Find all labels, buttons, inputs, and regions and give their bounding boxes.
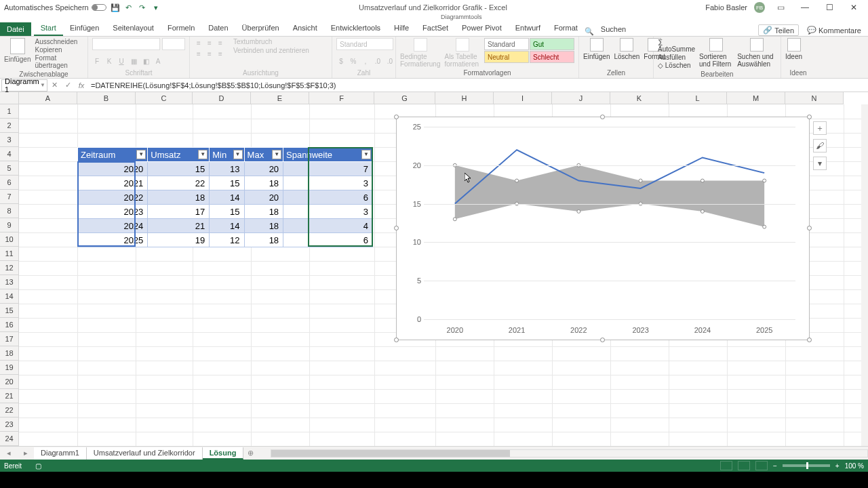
conditional-formatting-button[interactable]: Bedingte Formatierung	[400, 38, 440, 68]
tab-seitenlayout[interactable]: Seitenlayout	[106, 21, 161, 36]
insert-cells-button[interactable]: Einfügen	[583, 38, 610, 60]
autosave-toggle[interactable]: Automatisches Speichern	[4, 3, 106, 12]
table-row[interactable]: 20201513207	[78, 162, 373, 176]
row-header-8[interactable]: 8	[0, 204, 19, 218]
col-header-B[interactable]: B	[77, 92, 136, 104]
col-header-D[interactable]: D	[193, 92, 251, 104]
chart-object[interactable]: 0510152025202020212022202320242025 ＋ 🖌 ▾	[396, 117, 810, 340]
enter-icon[interactable]: ✓	[61, 81, 75, 89]
table-row[interactable]: 20231715183	[78, 205, 373, 219]
format-painter-button[interactable]: Format übertragen	[35, 54, 83, 69]
col-header-J[interactable]: J	[552, 92, 610, 104]
zoom-in-icon[interactable]: +	[835, 462, 840, 470]
col-header-L[interactable]: L	[669, 92, 727, 104]
font-family-combo[interactable]	[92, 38, 160, 50]
horizontal-scrollbar[interactable]	[271, 449, 868, 458]
paste-button[interactable]: Einfügen	[4, 38, 31, 63]
autosum-button[interactable]: ∑ AutoSumme	[658, 38, 695, 53]
sheet-tab[interactable]: Lösung	[203, 447, 244, 460]
col-header-H[interactable]: H	[435, 92, 494, 104]
worksheet-grid[interactable]: ABCDEFGHIJKLMN 1234567891011121314151617…	[0, 92, 868, 446]
tab-entwurf[interactable]: Entwurf	[509, 21, 547, 36]
border-button[interactable]: ▦	[129, 56, 138, 66]
close-icon[interactable]: ✕	[845, 3, 863, 12]
delete-cells-button[interactable]: Löschen	[614, 38, 639, 60]
underline-button[interactable]: U	[117, 56, 126, 66]
row-header-7[interactable]: 7	[0, 190, 19, 204]
col-header-F[interactable]: F	[309, 92, 374, 104]
row-header-10[interactable]: 10	[0, 232, 19, 247]
col-header-K[interactable]: K	[610, 92, 669, 104]
cut-button[interactable]: Ausschneiden	[35, 38, 83, 45]
view-normal-icon[interactable]	[720, 461, 732, 470]
chart-band-area[interactable]	[455, 165, 764, 227]
name-box[interactable]: Diagramm 1▼	[1, 79, 47, 92]
tab-überprüfen[interactable]: Überprüfen	[235, 21, 286, 36]
formula-input[interactable]: =DATENREIHE(Lösung!$F$4;Lösung!$B$5:$B$1…	[88, 81, 868, 89]
macro-record-icon[interactable]: ▢	[35, 462, 41, 470]
chart-filter-icon[interactable]: ▾	[813, 157, 827, 170]
tab-factset[interactable]: FactSet	[416, 21, 455, 36]
table-row[interactable]: 20212215183	[78, 176, 373, 190]
col-header-C[interactable]: C	[136, 92, 193, 104]
table-row[interactable]: 20251912186	[78, 233, 373, 247]
sheet-nav-next-icon[interactable]: ▸	[24, 449, 28, 458]
row-header-5[interactable]: 5	[0, 161, 19, 176]
row-header-19[interactable]: 19	[0, 361, 19, 375]
tab-entwicklertools[interactable]: Entwicklertools	[324, 21, 387, 36]
row-header-9[interactable]: 9	[0, 218, 19, 232]
row-header-3[interactable]: 3	[0, 133, 19, 147]
table-header[interactable]: Zeitraum▼	[78, 148, 148, 162]
table-row[interactable]: 20221814206	[78, 190, 373, 205]
filter-dropdown-icon[interactable]: ▼	[233, 150, 243, 159]
fill-button[interactable]: Ausfüllen	[658, 54, 695, 61]
row-header-17[interactable]: 17	[0, 332, 19, 346]
select-all-corner[interactable]	[0, 92, 19, 104]
table-header[interactable]: Umsatz▼	[148, 148, 210, 162]
zoom-slider[interactable]	[783, 464, 830, 467]
format-as-table-button[interactable]: Als Tabelle formatieren	[444, 38, 480, 68]
filter-dropdown-icon[interactable]: ▼	[361, 150, 371, 159]
row-header-21[interactable]: 21	[0, 389, 19, 403]
row-header-14[interactable]: 14	[0, 289, 19, 304]
comments-button[interactable]: 💬Kommentare	[807, 26, 861, 35]
currency-button[interactable]: $	[336, 56, 346, 66]
cancel-icon[interactable]: ✕	[47, 81, 61, 89]
chart-elements-icon[interactable]: ＋	[813, 121, 827, 135]
zoom-out-icon[interactable]: −	[773, 462, 777, 470]
col-header-E[interactable]: E	[251, 92, 309, 104]
tab-hilfe[interactable]: Hilfe	[387, 21, 416, 36]
tab-einfügen[interactable]: Einfügen	[63, 21, 106, 36]
tab-start[interactable]: Start	[34, 21, 63, 36]
sheet-tab[interactable]: Diagramm1	[34, 447, 87, 460]
maximize-icon[interactable]: ☐	[821, 3, 838, 12]
find-select-button[interactable]: Suchen und Auswählen	[737, 38, 776, 68]
row-header-20[interactable]: 20	[0, 375, 19, 389]
fill-color-button[interactable]: ◧	[141, 56, 151, 66]
col-header-G[interactable]: G	[374, 92, 435, 104]
merge-center-button[interactable]: Verbinden und zentrieren	[233, 47, 309, 54]
row-header-11[interactable]: 11	[0, 247, 19, 261]
row-header-6[interactable]: 6	[0, 176, 19, 190]
tab-formeln[interactable]: Formeln	[161, 21, 201, 36]
table-header[interactable]: Spannweite▼	[283, 148, 373, 162]
tab-format[interactable]: Format	[547, 21, 585, 36]
cell-styles-gallery[interactable]: Standard Gut Neutral Schlecht	[484, 38, 574, 63]
save-icon[interactable]: 💾	[111, 3, 120, 12]
row-header-2[interactable]: 2	[0, 119, 19, 133]
search-icon[interactable]: 🔍	[585, 27, 594, 36]
font-size-combo[interactable]	[162, 38, 185, 50]
tab-file[interactable]: Datei	[0, 22, 31, 36]
user-name[interactable]: Fabio Basler	[705, 3, 747, 12]
percent-button[interactable]: %	[349, 56, 358, 66]
row-header-12[interactable]: 12	[0, 261, 19, 275]
increase-decimal-button[interactable]: .0	[373, 56, 382, 66]
sort-filter-button[interactable]: Sortieren und Filtern	[699, 38, 733, 68]
row-header-4[interactable]: 4	[0, 147, 19, 161]
clear-button[interactable]: ◇ Löschen	[658, 62, 695, 69]
sheet-tab[interactable]: Umsatzverlauf und Zielkorridor	[87, 447, 203, 460]
vertical-scrollbar[interactable]	[861, 104, 868, 446]
ribbon-display-icon[interactable]: ▭	[772, 3, 789, 12]
sheet-nav-prev-icon[interactable]: ◂	[7, 449, 11, 458]
user-avatar[interactable]: FB	[754, 2, 765, 13]
